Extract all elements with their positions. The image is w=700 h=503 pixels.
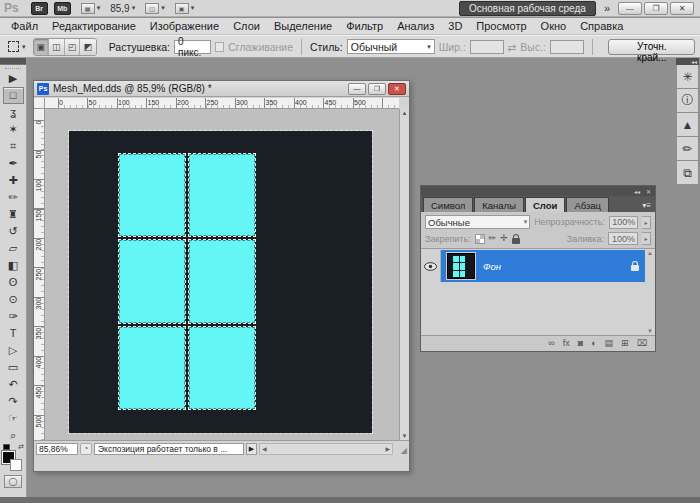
antialias-checkbox[interactable] [215, 42, 224, 52]
doc-minimize-button[interactable]: — [348, 83, 366, 95]
tools-panel-grip[interactable] [0, 58, 26, 65]
tool-magic-wand[interactable]: ✶ [3, 121, 24, 138]
menu-filter[interactable]: Фильтр [339, 19, 390, 33]
new-adjustment-layer-button[interactable]: ◐ [591, 339, 596, 348]
dock-collapse-icon[interactable]: ◂◂ [676, 58, 699, 65]
layer-visibility-toggle[interactable] [421, 250, 441, 282]
tab-paragraph[interactable]: Абзац [566, 197, 609, 212]
doc-maximize-button[interactable]: ❐ [368, 83, 386, 95]
menu-3d[interactable]: 3D [441, 19, 469, 33]
lock-move-icon[interactable]: ✛ [500, 234, 508, 243]
doc-close-button[interactable]: ✕ [388, 83, 406, 95]
lock-transparency-icon[interactable] [475, 234, 485, 244]
scroll-up-icon[interactable]: ▲ [402, 110, 408, 116]
layer-style-fx-button[interactable]: fx [563, 339, 570, 348]
menu-window[interactable]: Окно [534, 19, 574, 33]
background-color-swatch[interactable] [10, 459, 22, 471]
scroll-down-icon[interactable]: ▼ [402, 433, 408, 439]
tab-channels[interactable]: Каналы [474, 197, 524, 212]
status-zoom-input[interactable]: 85,86% [36, 443, 78, 455]
add-to-selection-button[interactable]: ◫ [49, 39, 65, 55]
menu-file[interactable]: Файл [4, 19, 45, 33]
app-restore-button[interactable]: ❐ [644, 2, 668, 15]
fill-slider-arrow[interactable]: ▸ [642, 232, 651, 245]
new-selection-button[interactable]: ▣ [34, 39, 50, 55]
layer-name[interactable]: Фон [483, 261, 623, 272]
scroll-left-icon[interactable]: ◀ [262, 445, 267, 452]
canvas-image[interactable] [69, 131, 372, 433]
bridge-button[interactable]: Br [31, 2, 48, 15]
quick-mask-button[interactable]: ◯ [4, 475, 22, 488]
document-titlebar[interactable]: Ps Mesh_Med.dds @ 85,9% (RGB/8) * — ❐ ✕ [34, 81, 409, 97]
dock-clone-source-icon[interactable]: ⧉ [676, 161, 699, 185]
tool-blur[interactable]: ʘ [3, 274, 24, 291]
layer-thumbnail[interactable] [447, 253, 475, 279]
swap-colors-icon[interactable]: ⇄ [18, 443, 24, 451]
menu-help[interactable]: Справка [573, 19, 630, 33]
scroll-down-icon[interactable]: ▼ [647, 328, 653, 334]
refine-edge-button[interactable]: Уточн. край... [608, 39, 695, 55]
tool-preset-picker[interactable]: ▾ [5, 40, 29, 53]
height-input[interactable] [550, 40, 584, 54]
status-menu-arrow[interactable]: ▶ [246, 443, 257, 455]
blend-mode-select[interactable]: Обычные ▾ [425, 215, 530, 229]
lock-paint-icon[interactable]: ✏ [489, 234, 497, 243]
tool-3d-rotate[interactable]: ↶ [3, 376, 24, 393]
vertical-scrollbar[interactable]: ▲ ▼ [399, 109, 409, 440]
tool-type[interactable]: T [3, 325, 24, 342]
workspace-overflow-chevron[interactable]: » [604, 2, 610, 14]
dock-histogram-icon[interactable]: ▲ [676, 113, 699, 137]
app-minimize-button[interactable]: — [618, 2, 642, 15]
panel-menu-icon[interactable]: ▾≡ [642, 201, 655, 212]
scroll-right-icon[interactable]: ▶ [385, 445, 390, 452]
link-dimensions-icon[interactable]: ⇄ [508, 41, 517, 53]
new-group-button[interactable]: ▤ [605, 339, 614, 348]
screen-mode-control[interactable]: ▣ ▾ [175, 3, 195, 14]
tool-move[interactable]: ▶ [3, 70, 24, 87]
canvas-viewport[interactable] [45, 109, 399, 440]
tool-eraser[interactable]: ▱ [3, 240, 24, 257]
menu-view[interactable]: Просмотр [469, 19, 533, 33]
menu-image[interactable]: Изображение [143, 19, 226, 33]
width-input[interactable] [470, 40, 504, 54]
arrange-documents-control[interactable]: ▦ ▾ [81, 3, 101, 14]
dock-info-icon[interactable]: ⓘ [676, 89, 699, 113]
tab-character[interactable]: Символ [423, 197, 473, 212]
layers-scrollbar[interactable]: ▲ ▼ [645, 249, 655, 335]
tool-brush[interactable]: ✏ [3, 189, 24, 206]
collapse-panel-icon[interactable]: ◂◂ [634, 188, 640, 195]
scroll-up-icon[interactable]: ▲ [647, 250, 653, 256]
menu-select[interactable]: Выделение [267, 19, 339, 33]
close-panel-icon[interactable]: ✕ [646, 188, 651, 195]
dock-adjustments-icon[interactable]: ✳ [676, 65, 699, 89]
opacity-value[interactable]: 100% [609, 216, 638, 229]
tool-paint-bucket[interactable]: ◧ [3, 257, 24, 274]
app-close-button[interactable]: ✕ [670, 2, 694, 15]
feather-input[interactable]: 0 пикс. [174, 40, 211, 54]
tool-3d-orbit[interactable]: ↷ [3, 393, 24, 410]
view-extras-control[interactable]: ◫ ▾ [145, 3, 165, 14]
add-layer-mask-button[interactable]: ◙ [578, 339, 583, 348]
tool-pen[interactable]: ✑ [3, 308, 24, 325]
mini-bridge-button[interactable]: Mb [54, 2, 71, 15]
tab-layers[interactable]: Слои [525, 197, 565, 212]
tool-eyedropper[interactable]: ✒ [3, 155, 24, 172]
delete-layer-button[interactable]: ⌧ [637, 339, 647, 348]
tool-crop[interactable]: ⌗ [3, 138, 24, 155]
zoom-level-control[interactable]: 85,9 ▾ [110, 3, 135, 14]
tool-clone-stamp[interactable]: ♜ [3, 206, 24, 223]
fill-value[interactable]: 100% [608, 232, 638, 245]
horizontal-scrollbar[interactable]: ◀ ▶ [259, 443, 393, 455]
layer-row[interactable]: Фон [421, 250, 645, 282]
default-colors-icon[interactable] [3, 444, 10, 450]
resize-grip[interactable]: ◢ [395, 443, 407, 455]
tool-zoom[interactable]: ⌕ [3, 427, 24, 444]
style-select[interactable]: Обычный ▾ [347, 39, 435, 54]
subtract-from-selection-button[interactable]: ◰ [65, 39, 81, 55]
tool-rect-marquee[interactable]: □ [3, 87, 24, 104]
tool-history-brush[interactable]: ↺ [3, 223, 24, 240]
link-layers-button[interactable]: ∞ [548, 339, 554, 348]
tool-shape[interactable]: ▭ [3, 359, 24, 376]
menu-analysis[interactable]: Анализ [390, 19, 441, 33]
dock-tool-presets-icon[interactable]: ✏ [676, 137, 699, 161]
